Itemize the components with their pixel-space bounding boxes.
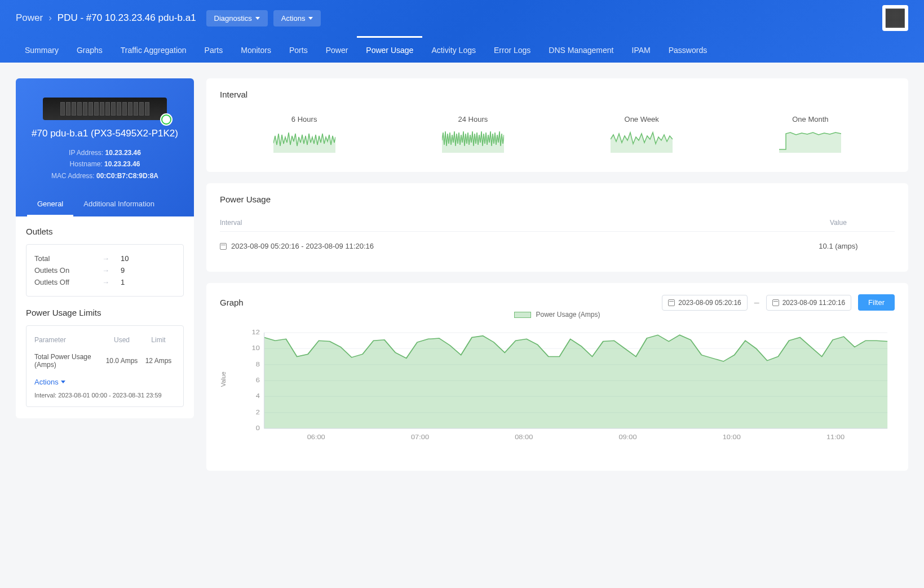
limits-col-parameter: Parameter (34, 336, 102, 344)
svg-text:11:00: 11:00 (826, 434, 845, 440)
diagnostics-label: Diagnostics (214, 14, 252, 23)
outlet-row-total: Total→10 (34, 253, 175, 264)
actions-button[interactable]: Actions (273, 10, 321, 26)
interval-one-month[interactable]: One Month (779, 115, 841, 155)
tab-summary[interactable]: Summary (16, 36, 68, 63)
graph-panel: Graph 2023-08-09 05:20:16 – 2023-08-09 1… (206, 283, 908, 471)
tab-error-logs[interactable]: Error Logs (485, 36, 540, 63)
svg-text:8: 8 (256, 361, 260, 367)
interval-label: 24 Hours (442, 115, 504, 123)
tab-graphs[interactable]: Graphs (68, 36, 112, 63)
qr-code[interactable] (882, 5, 908, 31)
interval-6-hours[interactable]: 6 Hours (273, 115, 335, 155)
tab-additional-info[interactable]: Additional Information (73, 193, 165, 216)
tab-power[interactable]: Power (317, 36, 357, 63)
chevron-right-icon: › (48, 12, 52, 24)
arrow-right-icon: → (102, 266, 109, 275)
chevron-down-icon (255, 17, 260, 20)
actions-label: Actions (281, 14, 306, 23)
limits-box: Parameter Used Limit Total Power Usage (… (26, 325, 184, 407)
legend-swatch-icon (514, 312, 531, 318)
sparkline-icon (779, 129, 841, 153)
limits-heading: Power Usage Limits (26, 308, 184, 317)
filter-button[interactable]: Filter (858, 294, 895, 311)
outlets-heading: Outlets (26, 227, 184, 236)
sparkline-icon (273, 129, 335, 153)
svg-text:12: 12 (252, 330, 260, 335)
interval-label: One Week (611, 115, 673, 123)
interval-one-week[interactable]: One Week (611, 115, 673, 155)
device-title: #70 pdu-b.a1 (PX3-5495X2-P1K2) (27, 128, 183, 139)
tab-traffic-aggregation[interactable]: Traffic Aggregation (112, 36, 196, 63)
main-tabs: SummaryGraphsTraffic AggregationPartsMon… (0, 36, 924, 63)
tab-power-usage[interactable]: Power Usage (357, 36, 422, 63)
breadcrumb-current: PDU - #70 10.23.23.46 pdu-b.a1 (58, 12, 196, 24)
power-usage-panel: Power Usage Interval Value 2023-08-09 05… (206, 183, 908, 272)
chevron-down-icon (308, 17, 313, 20)
sparkline-icon (442, 129, 504, 153)
outlets-box: Total→10 Outlets On→9 Outlets Off→1 (26, 244, 184, 297)
limits-col-used: Used (102, 336, 142, 344)
chart-legend: Power Usage (Amps) (220, 311, 895, 319)
limits-interval-note: Interval: 2023-08-01 00:00 - 2023-08-31 … (34, 392, 175, 399)
device-image (43, 98, 167, 120)
interval-panel: Interval 6 Hours 24 Hours One Week One M… (206, 78, 908, 172)
svg-text:09:00: 09:00 (618, 434, 636, 440)
tab-parts[interactable]: Parts (196, 36, 232, 63)
tab-general[interactable]: General (27, 193, 73, 216)
chevron-down-icon (61, 381, 65, 383)
device-hero: #70 pdu-b.a1 (PX3-5495X2-P1K2) IP Addres… (16, 78, 194, 216)
outlet-row-off: Outlets Off→1 (34, 276, 175, 288)
arrow-right-icon: → (102, 254, 109, 263)
tab-passwords[interactable]: Passwords (660, 36, 716, 63)
calendar-icon (220, 243, 227, 250)
svg-text:6: 6 (256, 377, 260, 383)
tab-dns-management[interactable]: DNS Management (540, 36, 622, 63)
interval-label: 6 Hours (273, 115, 335, 123)
limits-actions-button[interactable]: Actions (34, 378, 65, 386)
status-online-icon (160, 113, 173, 126)
svg-text:2: 2 (256, 409, 260, 415)
tab-ports[interactable]: Ports (280, 36, 317, 63)
graph-heading: Graph (220, 298, 655, 307)
sparkline-icon (611, 129, 673, 153)
svg-text:0: 0 (256, 425, 260, 431)
limits-row: Total Power Usage (Amps) 10.0 Amps 12 Am… (34, 350, 175, 372)
tab-activity-logs[interactable]: Activity Logs (422, 36, 485, 63)
top-bar: Power › PDU - #70 10.23.23.46 pdu-b.a1 D… (0, 0, 924, 63)
interval-heading: Interval (220, 90, 895, 99)
svg-text:10: 10 (252, 346, 260, 351)
breadcrumb: Power › PDU - #70 10.23.23.46 pdu-b.a1 D… (16, 10, 882, 26)
arrow-right-icon: → (102, 278, 109, 286)
svg-text:06:00: 06:00 (307, 434, 325, 440)
interval-label: One Month (779, 115, 841, 123)
calendar-icon (772, 299, 779, 306)
svg-text:10:00: 10:00 (723, 434, 741, 440)
y-axis-label: Value (220, 372, 227, 387)
date-to-input[interactable]: 2023-08-09 11:20:16 (766, 295, 851, 311)
power-usage-chart: 02468101206:0007:0008:0009:0010:0011:00 (242, 330, 895, 443)
calendar-icon (668, 299, 675, 306)
svg-text:07:00: 07:00 (411, 434, 429, 440)
breadcrumb-root[interactable]: Power (16, 12, 43, 24)
pu-row: 2023-08-09 05:20:16 - 2023-08-09 11:20:1… (220, 232, 895, 260)
tab-monitors[interactable]: Monitors (232, 36, 280, 63)
pu-col-value: Value (782, 219, 895, 227)
tab-ipam[interactable]: IPAM (623, 36, 660, 63)
power-usage-heading: Power Usage (220, 194, 895, 204)
interval-24-hours[interactable]: 24 Hours (442, 115, 504, 155)
date-separator: – (754, 298, 759, 308)
svg-text:4: 4 (256, 394, 260, 399)
date-from-input[interactable]: 2023-08-09 05:20:16 (662, 295, 747, 311)
outlet-row-on: Outlets On→9 (34, 264, 175, 276)
limits-col-limit: Limit (142, 336, 175, 344)
diagnostics-button[interactable]: Diagnostics (206, 10, 268, 26)
device-meta: IP Address: 10.23.23.46 Hostname: 10.23.… (27, 147, 183, 193)
svg-text:08:00: 08:00 (515, 434, 533, 440)
pu-col-interval: Interval (220, 219, 782, 227)
